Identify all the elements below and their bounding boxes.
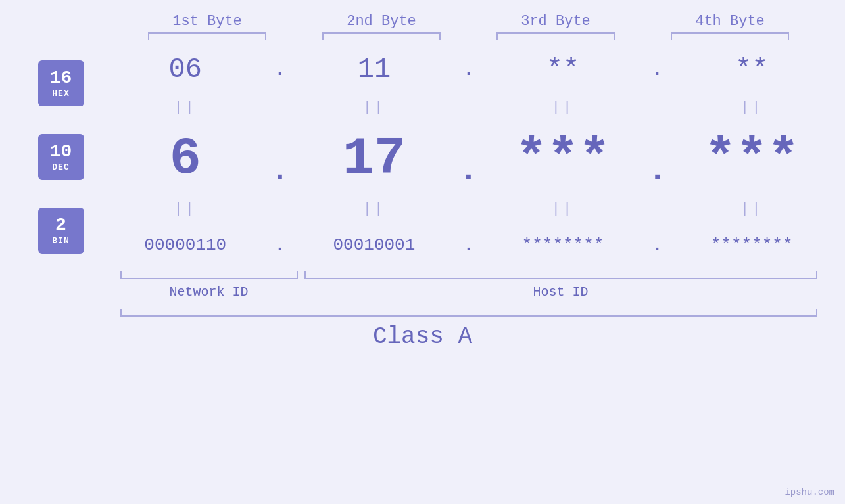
eq1-b4: || — [679, 99, 824, 116]
hex-badge-label: HEX — [52, 89, 69, 99]
header-byte2: 2nd Byte — [309, 13, 454, 30]
bin-row: 00000110 . 00010001 . ******** . *******… — [107, 223, 831, 267]
bottom-labels: Network ID Host ID — [120, 285, 817, 300]
bin-dot2: . — [458, 235, 478, 256]
eq2-b1: || — [113, 200, 258, 217]
bin-b3: ******** — [491, 235, 635, 255]
dec-row: 6 . 17 . *** . *** — [107, 122, 831, 194]
bin-b4: ******** — [679, 235, 824, 255]
eq1-b2: || — [302, 99, 447, 116]
header-byte1: 1st Byte — [135, 13, 279, 30]
hex-dot3: . — [648, 60, 667, 80]
header-byte3: 3rd Byte — [483, 13, 628, 30]
network-id-label: Network ID — [120, 285, 298, 300]
hex-b1: 06 — [113, 54, 258, 85]
top-brackets — [120, 32, 817, 40]
byte-headers: 1st Byte 2nd Byte 3rd Byte 4th Byte — [120, 13, 817, 30]
eq1-b1: || — [113, 99, 258, 116]
bin-badge-num: 2 — [55, 216, 66, 236]
hex-b2: 11 — [302, 54, 447, 85]
hex-dot1: . — [270, 60, 289, 80]
eq2-b4: || — [679, 200, 824, 217]
data-area: 06 . 11 . ** . ** || || || || 6 . — [107, 47, 831, 267]
badge-column: 16 HEX 10 DEC 2 BIN — [15, 47, 107, 267]
class-label: Class A — [373, 323, 472, 350]
dec-b3: *** — [491, 129, 635, 189]
dec-dot3: . — [648, 140, 667, 189]
hex-b4: ** — [679, 54, 824, 85]
dec-badge-label: DEC — [52, 162, 69, 172]
bottom-brackets — [120, 271, 817, 279]
bin-b2: 00010001 — [302, 235, 447, 255]
overall-bracket — [120, 309, 817, 317]
bracket-b1 — [148, 32, 266, 40]
dec-dot1: . — [270, 140, 289, 189]
hex-badge-num: 16 — [50, 68, 72, 89]
bracket-b3 — [496, 32, 615, 40]
host-bracket — [304, 271, 817, 279]
hex-b3: ** — [491, 54, 635, 85]
equals-row1: || || || || — [107, 95, 831, 119]
bin-dot1: . — [270, 235, 289, 256]
dec-badge: 10 DEC — [38, 134, 84, 180]
bottom-section: Network ID Host ID — [120, 271, 817, 300]
eq1-b3: || — [491, 99, 635, 116]
network-bracket — [120, 271, 298, 279]
dec-dot2: . — [458, 140, 478, 189]
hex-dot2: . — [458, 60, 478, 80]
dec-b4: *** — [679, 129, 824, 189]
bin-badge-label: BIN — [52, 236, 69, 246]
host-id-label: Host ID — [304, 285, 817, 300]
hex-row: 06 . 11 . ** . ** — [107, 47, 831, 93]
dec-b2: 17 — [302, 129, 447, 189]
dec-b1: 6 — [113, 129, 258, 189]
watermark: ipshu.com — [785, 487, 834, 497]
bin-badge: 2 BIN — [38, 208, 84, 254]
bracket-b4 — [671, 32, 789, 40]
bracket-b2 — [322, 32, 441, 40]
dec-badge-num: 10 — [50, 142, 72, 162]
eq2-b2: || — [302, 200, 447, 217]
bin-b1: 00000110 — [113, 235, 258, 255]
equals-row2: || || || || — [107, 196, 831, 220]
full-layout: 16 HEX 10 DEC 2 BIN 06 . 11 . ** . ** — [15, 47, 831, 267]
hex-badge: 16 HEX — [38, 60, 84, 106]
bin-dot3: . — [648, 235, 667, 256]
main-container: 1st Byte 2nd Byte 3rd Byte 4th Byte 16 H… — [0, 0, 845, 504]
eq2-b3: || — [491, 200, 635, 217]
header-byte4: 4th Byte — [658, 13, 802, 30]
